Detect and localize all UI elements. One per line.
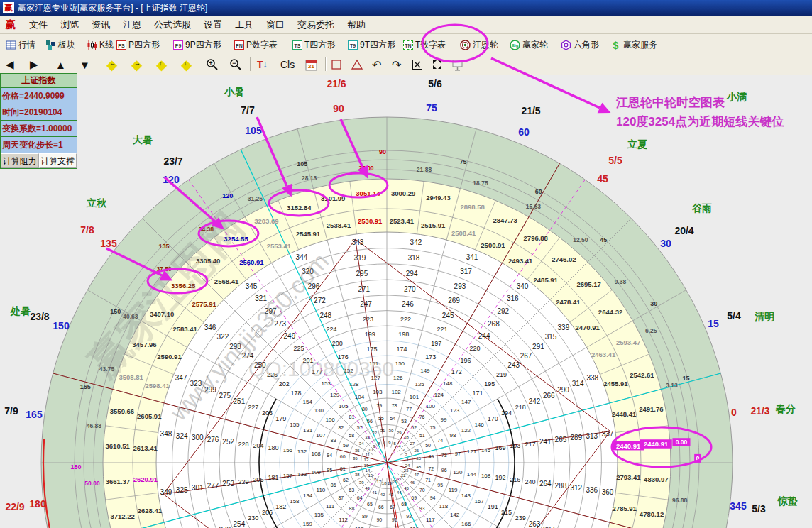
draw-triangle-icon[interactable] [351,57,363,72]
svg-text:91: 91 [392,517,397,522]
svg-text:+: + [209,60,212,67]
svg-text:88: 88 [349,506,355,511]
zoom-out-icon[interactable]: − [229,57,242,72]
svg-text:230: 230 [248,515,258,522]
menu-item-8[interactable]: 交易委托 [291,17,341,32]
svg-text:341: 341 [466,253,478,261]
menu-item-5[interactable]: 设置 [197,17,229,32]
toolbar-button-P数字表[interactable]: PNP数字表 [234,38,278,52]
svg-text:360: 360 [602,488,614,496]
svg-text:7/7: 7/7 [241,104,255,116]
calendar-icon[interactable]: 21 [305,57,317,72]
menu-item-0[interactable]: 文件 [23,17,54,32]
svg-text:89: 89 [362,514,368,519]
gann-wheel-chart-area[interactable]: 2440.912440.912448.412491.762455.912542.… [0,75,812,528]
svg-text:3610.51: 3610.51 [106,442,131,450]
svg-text:4780.12: 4780.12 [640,510,664,518]
svg-text:75: 75 [430,425,436,430]
delete-box-icon[interactable] [412,57,423,72]
pan-left-icon[interactable]: ◆← [105,57,119,72]
svg-text:立秋: 立秋 [86,197,107,209]
svg-text:272: 272 [314,297,326,304]
svg-text:154: 154 [303,399,313,405]
nav-next-icon[interactable]: ▶ [30,57,38,72]
svg-text:318: 318 [408,254,420,262]
gann-wheel[interactable]: 2440.912440.912448.412491.762455.912542.… [0,75,812,528]
svg-text:2847.73: 2847.73 [493,216,517,224]
draw-square-icon[interactable] [331,57,342,72]
svg-text:0: 0 [731,407,737,418]
zoom-in-icon[interactable]: + [206,57,219,72]
menu-item-7[interactable]: 窗口 [260,17,291,32]
svg-text:86: 86 [331,483,336,488]
svg-text:146: 146 [474,422,484,428]
svg-text:2644.32: 2644.32 [598,308,622,316]
toolbar-button-板块[interactable]: 板块 [45,38,75,52]
svg-text:21/3: 21/3 [750,405,769,417]
svg-text:178: 178 [290,390,301,397]
toolbar-button-六角形[interactable]: 六角形 [561,38,599,52]
svg-text:107: 107 [316,432,326,439]
nav-down-icon[interactable]: ▼ [79,57,90,72]
svg-text:2620.91: 2620.91 [133,475,158,483]
svg-text:265: 265 [555,436,567,444]
menu-items: 文件浏览资讯江恩公式选股设置工具窗口交易委托帮助 [23,18,372,31]
svg-text:77: 77 [406,407,412,412]
toolbar-button-赢家轮[interactable]: Big赢家轮 [510,38,548,52]
svg-text:17: 17 [376,480,381,484]
svg-text:180: 180 [268,444,278,451]
nav-up-icon[interactable]: ▲ [55,57,66,72]
pan-up-icon[interactable]: ◆↑ [155,57,169,72]
svg-text:2485.91: 2485.91 [534,276,559,284]
svg-text:96: 96 [441,468,447,473]
svg-text:118: 118 [439,503,449,510]
toolbar-button-行情[interactable]: 行情 [6,38,35,52]
svg-text:37: 37 [353,465,358,469]
svg-text:29: 29 [397,431,402,435]
svg-text:小暑: 小暑 [224,86,244,97]
toolbar-button-T数字表[interactable]: TNT数字表 [403,38,446,52]
toolbar-button-赢家服务[interactable]: $赢家服务 [610,38,657,52]
rotate-ccw-icon[interactable]: ↶ [372,57,381,72]
pan-right-icon[interactable]: ◆→ [130,57,144,72]
svg-text:166: 166 [461,521,471,527]
svg-text:55: 55 [378,416,384,421]
menu-item-3[interactable]: 江恩 [116,17,148,32]
svg-text:294: 294 [406,270,418,277]
board-icon[interactable] [451,57,463,72]
svg-text:102: 102 [391,389,401,395]
menu-item-1[interactable]: 浏览 [54,17,85,32]
toolbar-button-T四方形[interactable]: TST四方形 [292,38,335,52]
app-window: { "window": {"title": "赢家江恩专业版[赢家服务平台] -… [0,0,812,528]
svg-text:3.13: 3.13 [666,382,678,389]
time-axis-icon[interactable]: T↓ [257,57,268,72]
svg-text:15.63: 15.63 [526,203,542,210]
collapse-icon[interactable] [432,57,443,72]
svg-text:124: 124 [434,392,444,398]
menu-item-9[interactable]: 帮助 [341,17,372,32]
svg-text:179: 179 [275,415,286,422]
svg-text:338: 338 [587,374,599,382]
rotate-cw-icon[interactable]: ↷ [392,57,401,72]
svg-text:100: 100 [426,403,436,409]
menu-item-6[interactable]: 工具 [229,17,260,32]
menu-item-4[interactable]: 公式选股 [148,17,197,32]
svg-text:135: 135 [100,238,117,249]
panel-button-计算支撑[interactable]: 计算支撑 [39,153,77,168]
svg-text:225: 225 [293,345,304,352]
cls-button[interactable]: Cls [280,57,295,72]
svg-text:155: 155 [290,422,300,428]
menu-item-2[interactable]: 资讯 [85,17,116,32]
pan-down-icon[interactable]: ◆↓ [180,57,194,72]
svg-text:2598.41: 2598.41 [145,382,170,390]
svg-text:60: 60 [340,454,346,459]
toolbar-button-9T四方形[interactable]: T99T四方形 [348,38,395,52]
nav-prev-icon[interactable]: ◀ [6,57,14,72]
toolbar-button-江恩轮[interactable]: 江恩轮 [460,38,498,52]
toolbar-button-9P四方形[interactable]: P99P四方形 [173,38,221,52]
toolbar-button-K线[interactable]: K线 [87,38,114,52]
svg-text:12.50: 12.50 [573,236,588,243]
panel-button-计算阻力[interactable]: 计算阻力 [1,153,39,168]
svg-text:196: 196 [461,357,471,364]
toolbar-button-P四方形[interactable]: PSP四方形 [116,38,160,52]
